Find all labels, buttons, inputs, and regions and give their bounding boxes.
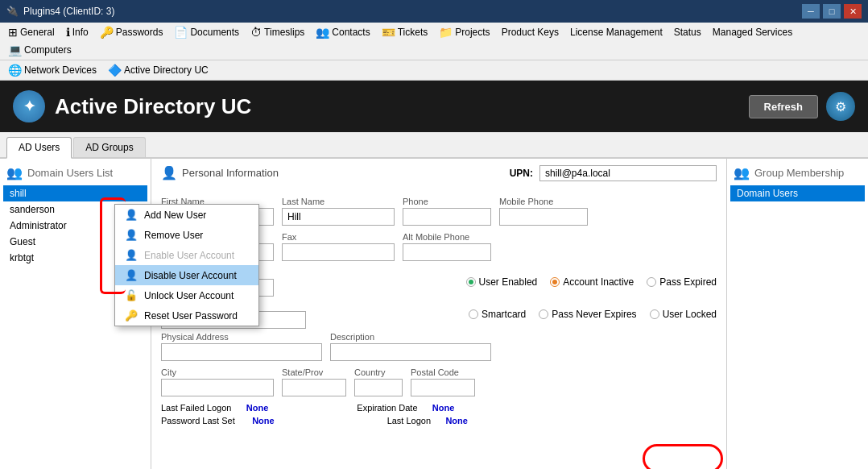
enable-user-icon: 👤 bbox=[125, 249, 138, 261]
fax-group: Fax bbox=[282, 232, 395, 261]
ctx-remove-user[interactable]: 👤 Remove User bbox=[115, 225, 258, 245]
red-oval-annotation bbox=[643, 444, 723, 469]
maximize-button[interactable]: □ bbox=[823, 4, 841, 19]
mobile-phone-group: Mobile Phone bbox=[499, 197, 588, 226]
status-radio-row2: Smartcard Pass Never Expires User Locked bbox=[322, 309, 717, 320]
user-enabled-dot bbox=[466, 277, 476, 287]
phone-input[interactable] bbox=[403, 208, 491, 226]
menu-passwords[interactable]: 🔑 Passwords bbox=[95, 24, 168, 40]
country-group: Country bbox=[354, 367, 403, 396]
menu-computers[interactable]: 💻 Computers bbox=[3, 42, 76, 58]
menu-status[interactable]: Status bbox=[669, 25, 706, 39]
state-label: State/Prov bbox=[282, 367, 346, 377]
pass-never-expires-radio[interactable]: Pass Never Expires bbox=[539, 309, 636, 320]
phone-label: Phone bbox=[403, 197, 491, 206]
menu-general[interactable]: ⊞ General bbox=[3, 24, 60, 40]
menu-network-devices[interactable]: 🌐 Network Devices bbox=[3, 62, 101, 78]
user-item-shill[interactable]: shill bbox=[3, 185, 147, 201]
last-failed-logon-label: Last Failed Logon bbox=[161, 403, 231, 413]
menu-license-management[interactable]: License Management bbox=[565, 25, 668, 39]
ctx-unlock-user-account[interactable]: 🔓 Unlock User Account bbox=[115, 285, 258, 305]
menu-contacts[interactable]: 👥 Contacts bbox=[311, 24, 374, 40]
group-item-domain-users[interactable]: Domain Users bbox=[730, 185, 865, 201]
user-locked-radio[interactable]: User Locked bbox=[650, 309, 717, 320]
user-enabled-radio[interactable]: User Enabled bbox=[466, 276, 538, 288]
tab-bar: AD Users AD Groups bbox=[0, 132, 868, 159]
upn-label: UPN: bbox=[510, 168, 533, 179]
documents-icon: 📄 bbox=[174, 26, 188, 39]
menu-bar: ⊞ General ℹ Info 🔑 Passwords 📄 Documents… bbox=[0, 23, 868, 60]
description-group: Description bbox=[330, 332, 717, 361]
postal-code-input[interactable] bbox=[411, 379, 475, 396]
info-icon: ℹ bbox=[66, 26, 70, 39]
tab-ad-groups[interactable]: AD Groups bbox=[73, 137, 145, 157]
menu-projects[interactable]: 📁 Projects bbox=[434, 24, 494, 40]
alt-mobile-group: Alt Mobile Phone bbox=[403, 232, 491, 261]
close-button[interactable]: ✕ bbox=[844, 4, 862, 19]
city-input[interactable] bbox=[161, 379, 274, 396]
header-title-text: Active Directory UC bbox=[55, 94, 251, 119]
fax-label: Fax bbox=[282, 232, 395, 242]
account-inactive-dot bbox=[550, 277, 560, 287]
group-membership-header: 👥 Group Membership bbox=[730, 165, 865, 181]
network-icon: 🌐 bbox=[8, 64, 22, 77]
country-input[interactable] bbox=[354, 379, 403, 396]
domain-users-header: 👥 Domain Users List bbox=[3, 165, 147, 181]
group-icon: 👥 bbox=[734, 165, 750, 181]
last-logon-row: Last Logon None bbox=[387, 416, 468, 425]
physical-address-label: Physical Address bbox=[161, 332, 322, 342]
personal-info-header: 👤 Personal Information bbox=[161, 165, 279, 181]
general-icon: ⊞ bbox=[8, 26, 18, 39]
menu-documents[interactable]: 📄 Documents bbox=[169, 24, 244, 40]
menu-active-directory-uc[interactable]: 🔷 Active Directory UC bbox=[103, 62, 213, 78]
minimize-button[interactable]: ─ bbox=[802, 4, 820, 19]
last-name-input[interactable] bbox=[282, 208, 395, 226]
mobile-phone-label: Mobile Phone bbox=[499, 197, 588, 206]
last-name-label: Last Name bbox=[282, 197, 395, 206]
ctx-reset-user-password[interactable]: 🔑 Reset User Password bbox=[115, 305, 258, 326]
main-content: 👥 Domain Users List shill sanderson Admi… bbox=[0, 159, 868, 469]
expiration-date-row: Expiration Date None bbox=[357, 403, 454, 413]
header-right: Refresh ⚙ bbox=[749, 92, 855, 121]
menu-product-keys[interactable]: Product Keys bbox=[497, 25, 564, 39]
nav-row2: 🌐 Network Devices 🔷 Active Directory UC bbox=[0, 60, 868, 81]
country-label: Country bbox=[354, 367, 403, 377]
header-bar: ✦ Active Directory UC Refresh ⚙ bbox=[0, 81, 868, 132]
postal-code-label: Postal Code bbox=[411, 367, 475, 377]
city-group: City bbox=[161, 367, 274, 396]
ctx-disable-user-account[interactable]: 👤 Disable User Account bbox=[115, 265, 258, 285]
fax-input[interactable] bbox=[282, 243, 395, 261]
account-inactive-radio[interactable]: Account Inactive bbox=[550, 276, 634, 288]
smartcard-dot bbox=[469, 309, 478, 319]
header-ad-icon: ✦ bbox=[13, 90, 45, 122]
pass-expired-radio[interactable]: Pass Expired bbox=[647, 276, 717, 288]
last-failed-logon-value: None bbox=[246, 403, 269, 413]
menu-managed-services[interactable]: Managed Services bbox=[708, 25, 797, 39]
tab-ad-users[interactable]: AD Users bbox=[6, 137, 72, 159]
title-bar-text: Plugins4 (ClientID: 3) bbox=[23, 6, 114, 17]
smartcard-radio[interactable]: Smartcard bbox=[469, 309, 526, 320]
state-input[interactable] bbox=[282, 379, 346, 396]
alt-mobile-label: Alt Mobile Phone bbox=[403, 232, 491, 242]
menu-info[interactable]: ℹ Info bbox=[61, 24, 93, 40]
group-list: Domain Users bbox=[730, 185, 865, 201]
alt-mobile-input[interactable] bbox=[403, 243, 491, 261]
computers-icon: 💻 bbox=[8, 44, 22, 56]
ctx-add-new-user[interactable]: 👤 Add New User bbox=[115, 205, 258, 225]
mobile-phone-input[interactable] bbox=[499, 208, 588, 226]
app-icon: 🔌 bbox=[6, 6, 19, 17]
add-user-icon: 👤 bbox=[125, 209, 138, 221]
description-label: Description bbox=[330, 332, 717, 342]
description-input[interactable] bbox=[330, 343, 491, 361]
refresh-button[interactable]: Refresh bbox=[749, 95, 818, 118]
pass-expired-dot bbox=[647, 277, 656, 287]
contacts-icon: 👥 bbox=[316, 26, 329, 39]
physical-address-input[interactable] bbox=[161, 343, 322, 361]
menu-tickets[interactable]: 🎫 Tickets bbox=[377, 24, 433, 40]
upn-input[interactable] bbox=[539, 165, 717, 181]
ctx-enable-user-account[interactable]: 👤 Enable User Account bbox=[115, 245, 258, 265]
menu-timeslips[interactable]: ⏱ Timeslips bbox=[246, 24, 309, 40]
city-row: City State/Prov Country Postal Code bbox=[161, 367, 717, 396]
personal-info-icon: 👤 bbox=[161, 165, 177, 181]
users-icon: 👥 bbox=[6, 165, 23, 181]
